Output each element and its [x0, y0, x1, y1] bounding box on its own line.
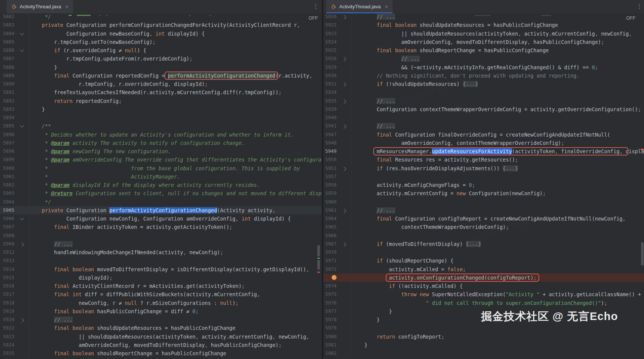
code-text[interactable]: return configToReport; [352, 333, 644, 341]
code-line[interactable]: 5885 r.tmpConfig.setTo(newBaseConfig); [0, 38, 322, 46]
fold-expand-icon[interactable] [342, 15, 346, 19]
code-text[interactable]: final Configuration configToReport = cre… [352, 214, 644, 223]
code-text[interactable]: final int diff = diffPublicWithSizeBucke… [29, 290, 322, 298]
code-text[interactable]: Configuration newBaseConfig, int display… [29, 30, 322, 38]
fold-collapse-icon[interactable] [20, 48, 24, 52]
code-text[interactable]: // ... [352, 54, 644, 63]
code-line[interactable]: 5899 * @param amOverrideConfig The overr… [0, 155, 322, 164]
code-text[interactable]: handleWindowingModeChangeIfNeeded(activi… [29, 248, 322, 256]
tab-activitythread-left[interactable]: ActivityThread.java × [7, 0, 73, 13]
code-line[interactable]: 5965 contextThemeWrapperOverrideConfig); [323, 223, 644, 231]
code-line[interactable]: 5966 [323, 232, 644, 240]
code-line[interactable]: 5901 * ActivityManager. [0, 173, 322, 181]
code-text[interactable]: activity.mCalled = false; [352, 265, 644, 274]
code-text[interactable]: final boolean shouldUpdateResources = ha… [352, 21, 644, 29]
code-line[interactable]: 5982 [323, 349, 644, 357]
code-line[interactable]: 5918 newConfig, r ≠ null ? r.mSizeConfig… [0, 299, 322, 307]
code-text[interactable]: final boolean shouldReportChange = hasPu… [352, 46, 644, 54]
code-line[interactable]: 5893 } [0, 105, 322, 113]
code-text[interactable]: r.tmpConfig.updateFrom(r.overrideConfig)… [29, 54, 322, 63]
code-text[interactable]: * from the base global configuration. Th… [29, 164, 322, 173]
code-line[interactable]: 5917 final int diff = diffPublicWithSize… [0, 290, 322, 298]
editor-left[interactable]: 5882 */5883 private Configuration perfor… [0, 13, 322, 359]
scrollbar-thumb[interactable] [317, 260, 320, 270]
code-text[interactable] [352, 173, 644, 181]
fold-expand-icon[interactable] [342, 57, 346, 61]
code-text[interactable]: final boolean movedToDifferentDisplay = … [29, 265, 322, 274]
code-text[interactable]: * Decides whether to update an Activity'… [29, 131, 322, 139]
code-line[interactable]: 5897 * @param activity The activity to n… [0, 139, 322, 147]
code-text[interactable]: r.tmpConfig, r.overrideConfig, displayId… [29, 80, 322, 88]
code-text[interactable]: final ActivityClientRecord r = mActiviti… [29, 282, 322, 290]
fold-expand-icon[interactable] [20, 318, 24, 322]
code-line[interactable]: 5925 final boolean shouldReportChange = … [0, 349, 322, 357]
code-line[interactable]: 5913 [0, 256, 322, 265]
code-line[interactable]: 5949 mResourcesManager.updateResourcesFo… [323, 147, 644, 155]
code-line[interactable]: 5887 r.tmpConfig.updateFrom(r.overrideCo… [0, 54, 322, 63]
code-text[interactable]: if (!shouldUpdateResources) {...} [352, 80, 644, 88]
code-text[interactable]: // ... [352, 122, 644, 130]
code-line[interactable]: 5931 if (!shouldUpdateResources) {...} [323, 80, 644, 88]
code-text[interactable]: private Configuration performActivityCon… [29, 206, 322, 214]
code-line[interactable]: 5914 final boolean movedToDifferentDispl… [0, 265, 322, 274]
fold-expand-icon[interactable] [20, 242, 24, 247]
code-text[interactable] [352, 248, 644, 256]
code-text[interactable]: Configuration contextThemeWrapperOverrid… [352, 105, 644, 113]
more-options-icon[interactable]: ⋮ [313, 3, 319, 10]
code-text[interactable]: Configuration newConfig, Configuration a… [29, 214, 322, 223]
code-line[interactable]: 5930 // Nothing significant, don't proce… [323, 71, 644, 80]
code-text[interactable]: if (r.overrideConfig ≠ null) { [29, 46, 322, 54]
code-line[interactable]: 5960 [323, 198, 644, 206]
code-text[interactable]: // ... [29, 315, 322, 324]
code-text[interactable]: // ... [352, 13, 644, 21]
code-line[interactable]: 5919 final boolean hasPublicConfigChange… [0, 307, 322, 315]
code-line[interactable]: 5888 } [0, 63, 322, 71]
code-line[interactable]: 5890 r.tmpConfig, r.overrideConfig, disp… [0, 80, 322, 88]
code-text[interactable]: * @param activity The activity to notify… [29, 139, 322, 147]
code-line[interactable]: 5905 private Configuration performActivi… [0, 206, 322, 214]
fold-expand-icon[interactable] [342, 99, 346, 103]
code-line[interactable]: 5924 amOverrideConfig, movedToDifferentD… [323, 38, 644, 46]
code-text[interactable]: // Nothing significant, don't proceed wi… [352, 71, 644, 80]
code-line[interactable]: 5929 && (~activity.mActivityInfo.getReal… [323, 63, 644, 71]
fold-collapse-icon[interactable] [20, 216, 24, 220]
code-line[interactable]: 5923 || shouldUpdateResources(activityTo… [323, 30, 644, 38]
code-line[interactable]: 5909 // ... [0, 240, 322, 248]
code-line[interactable]: 5903 * @return Configuration sent to cli… [0, 189, 322, 197]
code-text[interactable]: // ... [352, 206, 644, 214]
code-line[interactable]: 5967 if (movedToDifferentDisplay) {...} [323, 240, 644, 248]
code-line[interactable]: 5920 // ... [323, 13, 644, 21]
code-text[interactable]: * @param amOverrideConfig The override c… [29, 155, 322, 164]
fold-collapse-icon[interactable] [20, 31, 24, 35]
code-text[interactable]: } [29, 63, 322, 71]
code-text[interactable]: // ... [352, 97, 644, 105]
code-line[interactable]: 5980 return configToReport; [323, 333, 644, 341]
code-line[interactable]: 5940 [323, 113, 644, 122]
code-line[interactable]: 5972 activity.mCalled = false; [323, 265, 644, 274]
code-text[interactable]: final IBinder activityToken = activity.g… [29, 223, 322, 231]
editor-right[interactable]: 5920 // ...5922 final boolean shouldUpda… [323, 13, 644, 359]
code-text[interactable]: * @param newConfig The new configuration… [29, 147, 322, 155]
fold-expand-icon[interactable] [342, 124, 346, 129]
code-text[interactable] [352, 198, 644, 206]
code-line[interactable]: 5906 Configuration newConfig, Configurat… [0, 214, 322, 223]
code-line[interactable]: 5886 if (r.overrideConfig ≠ null) { [0, 46, 322, 54]
code-text[interactable]: * @param displayId Id of the display whe… [29, 181, 322, 189]
code-text[interactable] [29, 232, 322, 240]
code-line[interactable]: 5915 displayId); [0, 274, 322, 282]
code-text[interactable]: } [29, 105, 322, 113]
code-line[interactable]: 5900 * from the base global configuratio… [0, 164, 322, 173]
code-line[interactable]: 5916 final ActivityClientRecord r = mAct… [0, 282, 322, 290]
code-text[interactable]: final boolean shouldUpdateResources = ha… [29, 324, 322, 332]
code-text[interactable]: mResourcesManager.updateResourcesForActi… [352, 147, 644, 155]
more-options-icon[interactable]: ⋮ [636, 3, 642, 10]
fold-collapse-icon[interactable] [20, 123, 24, 127]
code-line[interactable]: 5934 [323, 88, 644, 96]
code-text[interactable]: final boolean shouldReportChange = hasPu… [29, 349, 322, 357]
code-line[interactable]: 5902 * @param displayId Id of the displa… [0, 181, 322, 189]
code-line[interactable]: 5898 * @param newConfig The new configur… [0, 147, 322, 155]
code-line[interactable]: 5975 throw new SuperNotCalledException("… [323, 290, 644, 298]
code-text[interactable] [352, 232, 644, 240]
code-line[interactable]: 5925 final boolean shouldReportChange = … [323, 46, 644, 54]
code-line[interactable]: activity.onConfigurationChanged(configTo… [323, 274, 644, 282]
